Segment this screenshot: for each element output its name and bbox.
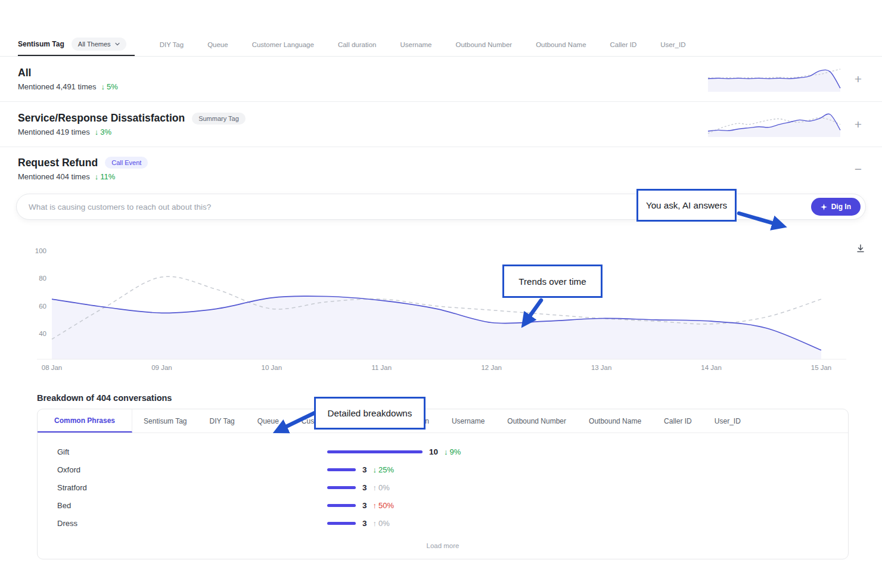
annotation-arrow-ask-ai: [734, 207, 800, 237]
theme-row-service-dissatisfaction: Service/Response Dissatisfaction Summary…: [0, 102, 882, 147]
trend-arrow-icon: ↓: [444, 447, 448, 456]
breakdown-tab[interactable]: Caller ID: [653, 417, 703, 425]
mention-count: Mentioned 4,491 times: [18, 82, 97, 91]
phrase-count: 3: [362, 501, 367, 510]
x-tick-label: 15 Jan: [811, 364, 832, 371]
breakdown-tab-bar: Common Phrases Sentisum Tag DIY Tag Queu…: [38, 409, 848, 433]
phrase-row[interactable]: Gift 10 ↓ 9%: [38, 443, 848, 461]
top-tab[interactable]: DIY Tag: [160, 41, 184, 48]
top-tab[interactable]: Username: [400, 41, 431, 48]
phrase-table: Gift 10 ↓ 9% Oxford 3 ↓ 25%: [38, 433, 848, 534]
breakdown-tab[interactable]: User_ID: [703, 417, 752, 425]
trend-area: [52, 296, 821, 359]
top-tab[interactable]: Outbound Number: [456, 41, 513, 48]
mention-stats: Mentioned 419 times ↓ 3%: [18, 127, 246, 136]
phrase-trend: ↓ 9%: [444, 447, 461, 456]
trend-indicator: ↓ 5%: [101, 82, 118, 91]
annotation-ask-ai: You ask, AI answers: [636, 189, 737, 222]
dig-in-button[interactable]: Dig In: [811, 198, 861, 216]
trend-down-icon: ↓: [101, 82, 105, 91]
collapse-button[interactable]: −: [852, 161, 864, 176]
phrase-trend: ↑ 0%: [373, 519, 390, 528]
phrase-trend: ↑ 50%: [373, 501, 395, 510]
all-themes-dropdown[interactable]: All Themes: [72, 38, 126, 51]
phrase-bar: [327, 486, 356, 489]
dig-in-label: Dig In: [831, 203, 851, 211]
phrase-bar: [327, 522, 356, 525]
x-tick-label: 12 Jan: [481, 364, 502, 371]
y-tick-label: 60: [39, 303, 46, 310]
theme-info: Request Refund Call Event Mentioned 404 …: [18, 157, 148, 181]
summary-tag-badge: Summary Tag: [192, 113, 246, 125]
chevron-down-icon: [115, 42, 120, 46]
phrase-label: Bed: [57, 501, 327, 510]
theme-title: All: [18, 67, 31, 79]
y-tick-label: 40: [39, 330, 46, 337]
top-tab[interactable]: Outbound Name: [536, 41, 586, 48]
tab-common-phrases[interactable]: Common Phrases: [38, 409, 132, 433]
phrase-count: 3: [362, 483, 367, 492]
mention-stats: Mentioned 4,491 times ↓ 5%: [18, 82, 118, 91]
tab-sentisum-tag[interactable]: Sentisum Tag: [18, 40, 64, 48]
x-tick-label: 09 Jan: [151, 364, 172, 371]
sparkle-icon: [821, 204, 827, 210]
phrase-bar: [327, 450, 423, 453]
trend-arrow-icon: ↑: [373, 519, 377, 528]
phrase-trend: ↑ 0%: [373, 483, 390, 492]
trend-arrow-icon: ↑: [373, 501, 377, 510]
trend-percent: 0%: [378, 483, 390, 492]
load-more-button[interactable]: Load more: [38, 534, 848, 559]
breakdown-tab[interactable]: Username: [440, 417, 496, 425]
breakdown-tab[interactable]: Sentisum Tag: [132, 417, 198, 425]
mention-count: Mentioned 419 times: [18, 127, 90, 136]
phrase-row[interactable]: Oxford 3 ↓ 25%: [38, 461, 848, 478]
trend-arrow-icon: ↓: [373, 465, 377, 474]
phrase-label: Oxford: [57, 465, 327, 474]
annotation-breakdowns: Detailed breakdowns: [314, 397, 426, 430]
phrase-trend: ↓ 25%: [373, 465, 395, 474]
annotation-trends: Trends over time: [502, 265, 603, 298]
top-tab[interactable]: Queue: [207, 41, 228, 48]
x-tick-label: 08 Jan: [42, 364, 63, 371]
phrase-label: Stratford: [57, 483, 327, 492]
trend-percent: 50%: [378, 501, 394, 510]
theme-row-all: All Mentioned 4,491 times ↓ 5% +: [0, 57, 882, 102]
phrase-label: Dress: [57, 519, 327, 528]
top-tab[interactable]: User_ID: [660, 41, 685, 48]
expand-button[interactable]: +: [852, 71, 864, 86]
theme-title: Service/Response Dissatisfaction: [18, 112, 185, 125]
top-tab[interactable]: Call duration: [338, 41, 377, 48]
active-tab-group: Sentisum Tag All Themes: [18, 33, 135, 56]
breakdown-tab-list: Sentisum Tag DIY Tag Queue Customer Lang…: [132, 409, 752, 433]
dashboard-page: Sentisum Tag All Themes DIY Tag Queue Cu…: [0, 33, 882, 588]
x-tick-label: 10 Jan: [262, 364, 282, 371]
phrase-count: 3: [362, 519, 367, 528]
phrase-row[interactable]: Dress 3 ↑ 0%: [38, 514, 848, 532]
theme-title: Request Refund: [18, 157, 98, 169]
phrase-row[interactable]: Bed 3 ↑ 50%: [38, 496, 848, 514]
theme-row-request-refund: Request Refund Call Event Mentioned 404 …: [0, 147, 882, 190]
top-tab[interactable]: Customer Language: [252, 41, 314, 48]
top-tab[interactable]: Caller ID: [610, 41, 637, 48]
expand-button[interactable]: +: [852, 117, 864, 132]
phrase-row[interactable]: Stratford 3 ↑ 0%: [38, 478, 848, 496]
breakdown-tab[interactable]: Outbound Name: [577, 417, 653, 425]
breakdown-tab[interactable]: DIY Tag: [198, 417, 246, 425]
download-button[interactable]: [855, 242, 867, 256]
breakdown-tab[interactable]: Outbound Number: [496, 417, 577, 425]
annotation-arrow-trends: [507, 297, 554, 338]
breakdown-card: Common Phrases Sentisum Tag DIY Tag Queu…: [37, 409, 849, 559]
trend-percent: 5%: [107, 82, 118, 91]
x-tick-label: 13 Jan: [591, 364, 612, 371]
phrase-bar: [327, 468, 356, 471]
trend-arrow-icon: ↑: [373, 483, 377, 492]
top-tab-list: DIY Tag Queue Customer Language Call dur…: [160, 33, 686, 56]
trend-down-icon: ↓: [95, 172, 99, 181]
theme-info: All Mentioned 4,491 times ↓ 5%: [18, 67, 118, 91]
theme-info: Service/Response Dissatisfaction Summary…: [18, 112, 246, 136]
breakdown-heading: Breakdown of 404 conversations: [37, 393, 882, 403]
phrase-count: 10: [429, 447, 438, 456]
x-tick-label: 14 Jan: [701, 364, 722, 371]
x-tick-label: 11 Jan: [371, 364, 392, 371]
sparkline-chart: [706, 66, 843, 93]
